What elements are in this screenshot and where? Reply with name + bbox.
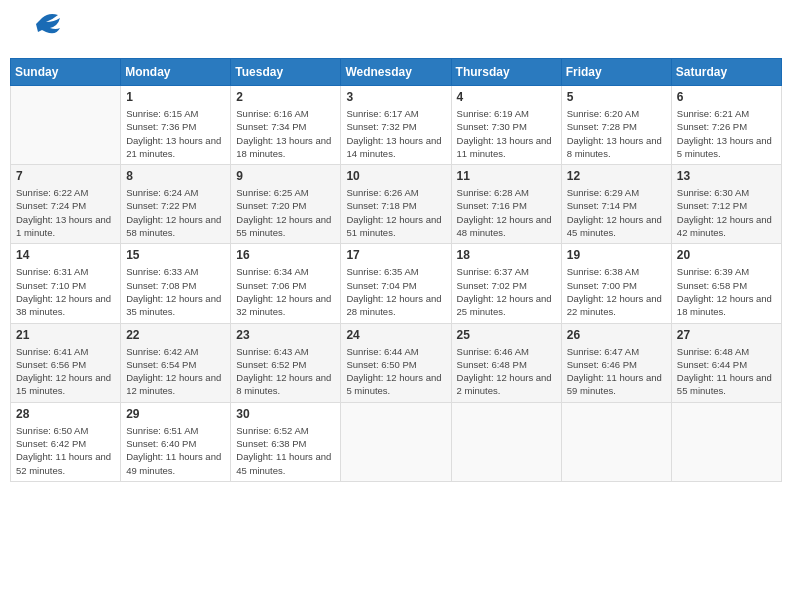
calendar-cell: 9Sunrise: 6:25 AMSunset: 7:20 PMDaylight… [231,165,341,244]
day-number: 13 [677,169,776,183]
day-info: Sunrise: 6:38 AMSunset: 7:00 PMDaylight:… [567,265,666,318]
day-number: 29 [126,407,225,421]
calendar-cell: 5Sunrise: 6:20 AMSunset: 7:28 PMDaylight… [561,86,671,165]
calendar-table: SundayMondayTuesdayWednesdayThursdayFrid… [10,58,782,482]
calendar-cell: 4Sunrise: 6:19 AMSunset: 7:30 PMDaylight… [451,86,561,165]
day-info: Sunrise: 6:28 AMSunset: 7:16 PMDaylight:… [457,186,556,239]
day-number: 28 [16,407,115,421]
day-info: Sunrise: 6:44 AMSunset: 6:50 PMDaylight:… [346,345,445,398]
calendar-cell: 26Sunrise: 6:47 AMSunset: 6:46 PMDayligh… [561,323,671,402]
day-number: 24 [346,328,445,342]
calendar-cell [561,402,671,481]
calendar-cell: 27Sunrise: 6:48 AMSunset: 6:44 PMDayligh… [671,323,781,402]
day-info: Sunrise: 6:48 AMSunset: 6:44 PMDaylight:… [677,345,776,398]
column-header-wednesday: Wednesday [341,59,451,86]
calendar-cell: 18Sunrise: 6:37 AMSunset: 7:02 PMDayligh… [451,244,561,323]
calendar-cell: 15Sunrise: 6:33 AMSunset: 7:08 PMDayligh… [121,244,231,323]
calendar-cell: 2Sunrise: 6:16 AMSunset: 7:34 PMDaylight… [231,86,341,165]
day-info: Sunrise: 6:22 AMSunset: 7:24 PMDaylight:… [16,186,115,239]
logo [14,10,66,50]
day-number: 19 [567,248,666,262]
day-number: 6 [677,90,776,104]
calendar-cell: 24Sunrise: 6:44 AMSunset: 6:50 PMDayligh… [341,323,451,402]
day-number: 3 [346,90,445,104]
day-info: Sunrise: 6:46 AMSunset: 6:48 PMDaylight:… [457,345,556,398]
calendar-cell: 17Sunrise: 6:35 AMSunset: 7:04 PMDayligh… [341,244,451,323]
day-info: Sunrise: 6:41 AMSunset: 6:56 PMDaylight:… [16,345,115,398]
day-info: Sunrise: 6:43 AMSunset: 6:52 PMDaylight:… [236,345,335,398]
calendar-cell [11,86,121,165]
day-info: Sunrise: 6:30 AMSunset: 7:12 PMDaylight:… [677,186,776,239]
day-number: 16 [236,248,335,262]
day-number: 7 [16,169,115,183]
day-number: 12 [567,169,666,183]
day-number: 10 [346,169,445,183]
day-number: 20 [677,248,776,262]
calendar-cell: 12Sunrise: 6:29 AMSunset: 7:14 PMDayligh… [561,165,671,244]
calendar-cell: 22Sunrise: 6:42 AMSunset: 6:54 PMDayligh… [121,323,231,402]
day-info: Sunrise: 6:37 AMSunset: 7:02 PMDaylight:… [457,265,556,318]
day-info: Sunrise: 6:29 AMSunset: 7:14 PMDaylight:… [567,186,666,239]
calendar-week-row: 7Sunrise: 6:22 AMSunset: 7:24 PMDaylight… [11,165,782,244]
day-number: 18 [457,248,556,262]
calendar-cell: 16Sunrise: 6:34 AMSunset: 7:06 PMDayligh… [231,244,341,323]
calendar-cell: 30Sunrise: 6:52 AMSunset: 6:38 PMDayligh… [231,402,341,481]
day-info: Sunrise: 6:31 AMSunset: 7:10 PMDaylight:… [16,265,115,318]
day-info: Sunrise: 6:16 AMSunset: 7:34 PMDaylight:… [236,107,335,160]
calendar-week-row: 1Sunrise: 6:15 AMSunset: 7:36 PMDaylight… [11,86,782,165]
calendar-cell: 21Sunrise: 6:41 AMSunset: 6:56 PMDayligh… [11,323,121,402]
calendar-cell: 3Sunrise: 6:17 AMSunset: 7:32 PMDaylight… [341,86,451,165]
day-number: 30 [236,407,335,421]
calendar-week-row: 21Sunrise: 6:41 AMSunset: 6:56 PMDayligh… [11,323,782,402]
column-header-friday: Friday [561,59,671,86]
day-info: Sunrise: 6:19 AMSunset: 7:30 PMDaylight:… [457,107,556,160]
calendar-cell: 8Sunrise: 6:24 AMSunset: 7:22 PMDaylight… [121,165,231,244]
calendar-week-row: 14Sunrise: 6:31 AMSunset: 7:10 PMDayligh… [11,244,782,323]
column-header-thursday: Thursday [451,59,561,86]
day-info: Sunrise: 6:42 AMSunset: 6:54 PMDaylight:… [126,345,225,398]
day-number: 4 [457,90,556,104]
day-info: Sunrise: 6:15 AMSunset: 7:36 PMDaylight:… [126,107,225,160]
day-number: 17 [346,248,445,262]
calendar-cell: 28Sunrise: 6:50 AMSunset: 6:42 PMDayligh… [11,402,121,481]
calendar-cell: 10Sunrise: 6:26 AMSunset: 7:18 PMDayligh… [341,165,451,244]
day-number: 23 [236,328,335,342]
calendar-cell: 19Sunrise: 6:38 AMSunset: 7:00 PMDayligh… [561,244,671,323]
day-number: 8 [126,169,225,183]
day-number: 25 [457,328,556,342]
calendar-cell: 14Sunrise: 6:31 AMSunset: 7:10 PMDayligh… [11,244,121,323]
day-info: Sunrise: 6:47 AMSunset: 6:46 PMDaylight:… [567,345,666,398]
calendar-cell: 20Sunrise: 6:39 AMSunset: 6:58 PMDayligh… [671,244,781,323]
calendar-cell [341,402,451,481]
calendar-week-row: 28Sunrise: 6:50 AMSunset: 6:42 PMDayligh… [11,402,782,481]
day-info: Sunrise: 6:25 AMSunset: 7:20 PMDaylight:… [236,186,335,239]
day-info: Sunrise: 6:50 AMSunset: 6:42 PMDaylight:… [16,424,115,477]
logo-bird-icon [14,10,64,50]
calendar-cell [451,402,561,481]
day-info: Sunrise: 6:21 AMSunset: 7:26 PMDaylight:… [677,107,776,160]
day-number: 21 [16,328,115,342]
day-number: 9 [236,169,335,183]
day-info: Sunrise: 6:39 AMSunset: 6:58 PMDaylight:… [677,265,776,318]
day-info: Sunrise: 6:51 AMSunset: 6:40 PMDaylight:… [126,424,225,477]
day-number: 5 [567,90,666,104]
calendar-cell: 23Sunrise: 6:43 AMSunset: 6:52 PMDayligh… [231,323,341,402]
calendar-header-row: SundayMondayTuesdayWednesdayThursdayFrid… [11,59,782,86]
column-header-sunday: Sunday [11,59,121,86]
day-info: Sunrise: 6:24 AMSunset: 7:22 PMDaylight:… [126,186,225,239]
day-number: 15 [126,248,225,262]
calendar-cell [671,402,781,481]
day-number: 2 [236,90,335,104]
day-info: Sunrise: 6:17 AMSunset: 7:32 PMDaylight:… [346,107,445,160]
calendar-cell: 6Sunrise: 6:21 AMSunset: 7:26 PMDaylight… [671,86,781,165]
calendar-cell: 29Sunrise: 6:51 AMSunset: 6:40 PMDayligh… [121,402,231,481]
day-number: 1 [126,90,225,104]
calendar-cell: 25Sunrise: 6:46 AMSunset: 6:48 PMDayligh… [451,323,561,402]
calendar-cell: 1Sunrise: 6:15 AMSunset: 7:36 PMDaylight… [121,86,231,165]
day-info: Sunrise: 6:35 AMSunset: 7:04 PMDaylight:… [346,265,445,318]
page-header [10,10,782,50]
day-info: Sunrise: 6:52 AMSunset: 6:38 PMDaylight:… [236,424,335,477]
day-info: Sunrise: 6:26 AMSunset: 7:18 PMDaylight:… [346,186,445,239]
calendar-cell: 13Sunrise: 6:30 AMSunset: 7:12 PMDayligh… [671,165,781,244]
day-info: Sunrise: 6:33 AMSunset: 7:08 PMDaylight:… [126,265,225,318]
